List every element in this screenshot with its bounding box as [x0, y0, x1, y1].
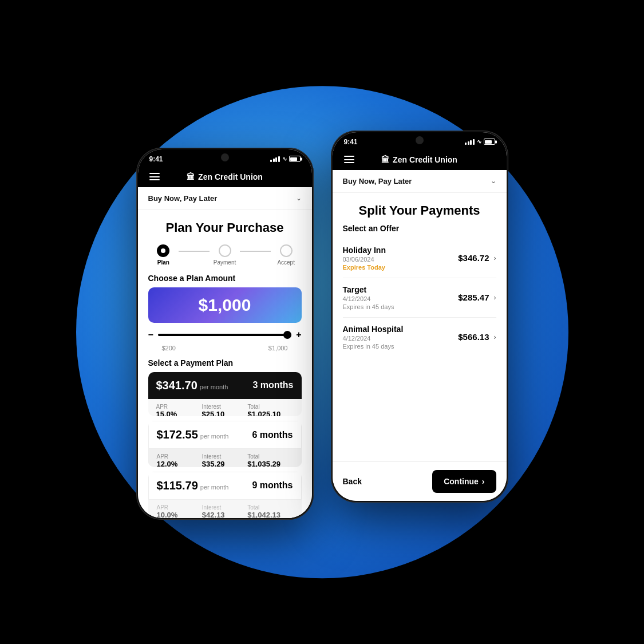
app-header-left: 🏛 Zen Credit Union — [138, 167, 312, 187]
step-label-accept: Accept — [277, 259, 295, 266]
steps-progress: Plan Payment Accept — [138, 241, 312, 274]
slider-labels: $200 $1,000 — [138, 343, 312, 356]
plan-card-9months-header: $115.79 per month 9 months — [148, 472, 302, 500]
battery-icon — [289, 156, 301, 162]
total-label-9: Total — [247, 504, 293, 511]
plan-your-purchase-title: Plan Your Purchase — [138, 210, 312, 241]
continue-arrow-icon: › — [482, 477, 485, 486]
apr-label-3: APR — [156, 404, 202, 410]
chevron-right-icon-holiday-inn[interactable]: › — [494, 254, 496, 262]
offer-expires-holiday-inn: Expires Today — [343, 264, 386, 271]
bank-icon-left: 🏛 — [187, 172, 195, 181]
offer-list: Holiday Inn 03/06/2024 Expires Today $34… — [333, 239, 507, 350]
hamburger-menu-left[interactable] — [149, 173, 160, 180]
section-header-left[interactable]: Buy Now, Pay Later ⌄ — [138, 187, 312, 210]
interest-label-3: Interest — [202, 404, 248, 410]
app-title-left: 🏛 Zen Credit Union — [187, 172, 263, 181]
section-title-right: Buy Now, Pay Later — [343, 177, 412, 185]
plan-monthly-9: $115.79 per month — [157, 479, 229, 492]
interest-value-6: $35.29 — [202, 460, 247, 467]
phone-left: 9:41 ∿ — [136, 148, 314, 520]
offer-right-animal-hospital: $566.13 › — [458, 332, 496, 342]
offer-expires-animal-hospital: Expires in 45 days — [343, 343, 404, 350]
apr-value-9: 10.0% — [157, 511, 202, 518]
plan-amount-9months: $115.79 — [157, 479, 198, 492]
chevron-down-icon-left[interactable]: ⌄ — [296, 194, 302, 202]
offer-amount-target: $285.47 — [458, 293, 489, 302]
section-header-right[interactable]: Buy Now, Pay Later ⌄ — [333, 170, 507, 193]
plan-card-6months-header: $172.55 per month 6 months — [148, 421, 302, 449]
offer-left-holiday-inn: Holiday Inn 03/06/2024 Expires Today — [343, 246, 386, 271]
status-time-right: 9:41 — [344, 138, 358, 146]
offer-amount-animal-hospital: $566.13 — [458, 332, 489, 342]
total-col-6: Total $1,035.29 — [247, 453, 293, 467]
plan-card-9months-details: APR 10.0% Interest $42.13 Total $1,042.1… — [148, 500, 302, 518]
interest-value-3: $25.10 — [202, 410, 248, 417]
slider-plus-icon[interactable]: + — [296, 330, 301, 340]
status-icons-left: ∿ — [270, 156, 301, 162]
offer-right-target: $285.47 › — [458, 293, 496, 302]
wifi-icon: ∿ — [282, 156, 287, 162]
status-bar-right: 9:41 ∿ — [333, 132, 507, 149]
action-bar: Back Continue › — [333, 461, 507, 501]
offer-date-holiday-inn: 03/06/2024 — [343, 256, 386, 263]
chevron-down-icon-right[interactable]: ⌄ — [491, 177, 496, 185]
interest-col-9: Interest $42.13 — [202, 504, 247, 518]
interest-col-3: Interest $25.10 — [202, 404, 248, 417]
interest-label-6: Interest — [202, 453, 247, 460]
slider-track[interactable] — [158, 334, 291, 336]
continue-button[interactable]: Continue › — [432, 470, 496, 493]
battery-icon-right — [484, 139, 495, 145]
status-time-left: 9:41 — [149, 155, 163, 163]
interest-value-9: $42.13 — [202, 511, 247, 518]
hamburger-menu-right[interactable] — [344, 156, 354, 163]
app-title-right: 🏛 Zen Credit Union — [381, 155, 457, 164]
back-button[interactable]: Back — [343, 477, 362, 486]
phone-left-inner: 9:41 ∿ — [138, 149, 312, 518]
payment-plan-label: Select a Payment Plan — [138, 356, 312, 372]
battery-fill-right — [485, 140, 492, 144]
plan-monthly-3: $341.70 per month — [156, 379, 228, 392]
slider-row[interactable]: − + — [138, 330, 312, 343]
amount-display: $1,000 — [148, 287, 302, 323]
camera-notch-right — [416, 136, 424, 144]
offer-left-target: Target 4/12/2024 Expires in 45 days — [343, 285, 394, 310]
offer-item-animal-hospital[interactable]: Animal Hospital 4/12/2024 Expires in 45 … — [343, 318, 496, 350]
phone-right: 9:41 ∿ — [331, 131, 508, 503]
total-label-3: Total — [248, 404, 294, 410]
plan-duration-9months: 9 months — [252, 480, 293, 491]
plan-monthly-6: $172.55 per month — [157, 428, 229, 441]
plan-card-3months[interactable]: $341.70 per month 3 months APR 15.0% — [148, 372, 302, 417]
chevron-right-icon-animal-hospital[interactable]: › — [494, 333, 496, 341]
slider-minus-icon[interactable]: − — [148, 330, 153, 340]
select-offer-label: Select an Offer — [333, 224, 507, 239]
chevron-right-icon-target[interactable]: › — [494, 294, 496, 302]
step-plan: Plan — [148, 244, 179, 266]
interest-label-9: Interest — [202, 504, 247, 511]
camera-notch-left — [221, 153, 229, 161]
plan-per-month-3: per month — [200, 384, 228, 390]
slider-min-label: $200 — [162, 345, 176, 351]
offer-item-target[interactable]: Target 4/12/2024 Expires in 45 days $285… — [343, 278, 496, 318]
slider-thumb[interactable] — [283, 331, 291, 339]
apr-value-3: 15.0% — [156, 410, 202, 417]
step-label-plan: Plan — [157, 259, 169, 266]
phone-right-inner: 9:41 ∿ — [333, 132, 507, 501]
slider-max-label: $1,000 — [268, 345, 288, 351]
apr-value-6: 12.0% — [157, 460, 202, 467]
slider-fill — [158, 334, 291, 336]
plan-card-6months[interactable]: $172.55 per month 6 months APR 12.0% — [148, 421, 302, 467]
wifi-icon-right: ∿ — [477, 139, 481, 145]
phones-container: 9:41 ∿ — [136, 136, 508, 508]
plan-amount-3months: $341.70 — [156, 379, 197, 392]
plan-duration-6months: 6 months — [252, 430, 293, 440]
total-value-6: $1,035.29 — [247, 460, 293, 467]
split-your-payments-title: Split Your Payments — [333, 193, 507, 224]
offer-item-holiday-inn[interactable]: Holiday Inn 03/06/2024 Expires Today $34… — [343, 239, 496, 278]
total-value-9: $1,042.13 — [247, 511, 293, 518]
plan-card-9months[interactable]: $115.79 per month 9 months APR 10.0% — [148, 472, 302, 518]
apr-col-9: APR 10.0% — [157, 504, 202, 518]
step-circle-plan — [157, 244, 169, 257]
step-label-payment: Payment — [214, 259, 236, 266]
total-value-3: $1,025.10 — [248, 410, 294, 417]
